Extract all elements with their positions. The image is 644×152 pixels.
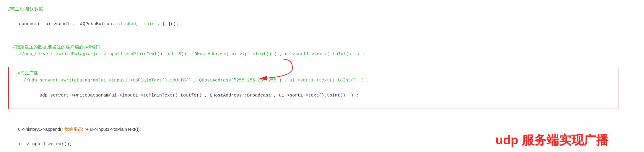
line-comment-step2: //第二步 发送数据: [8, 5, 636, 13]
history-suffix: + ui->input1->toPlainText());: [86, 127, 141, 132]
highlight-broadcast-box: //海王广播 //udp_servert->writeDatagram(ui->…: [8, 67, 619, 109]
qhostaddress-broadcast: QHostAddress::Broadcast: [210, 93, 271, 98]
udp-servert-prefix: udp_servert->writeDatagram(ui->input1->t…: [29, 93, 210, 98]
comma-after-clicked: ,: [136, 22, 144, 27]
udp-servert-suffix: , ui->sort1->text().toInt() ) ;: [271, 93, 359, 98]
empty-line-3: [8, 110, 636, 118]
udp-label: udp 服务端实现广播: [495, 130, 609, 151]
connect-suffix: , [=](){: [155, 22, 178, 27]
box-commented-255: //udp_servert->writeDatagram(ui->input1-…: [13, 77, 614, 84]
code-area: //第二步 发送数据 connect( ui->send1 , &QPushBu…: [0, 0, 644, 152]
line-connect: connect( ui->send1 , &QPushButton::click…: [8, 13, 636, 36]
line-commented-udp1: //udp_servert->writeDatagram(ui->input1-…: [8, 50, 636, 58]
box-active-code: udp_servert->writeDatagram(ui->input1->t…: [13, 84, 614, 107]
history-string: " 我的密语: ": [61, 127, 86, 132]
empty-line-2: [8, 58, 636, 66]
empty-line-1: [8, 35, 636, 43]
connect-prefix: connect( ui->send1 , &QPushButton::: [19, 22, 117, 27]
clicked-keyword: clicked: [117, 22, 136, 27]
this-keyword: this: [144, 22, 155, 27]
box-comment-haiwang: //海王广播: [13, 69, 614, 77]
line-comment-specify: //指定发送的数据,要发送的客户端的ip和端口: [8, 43, 636, 51]
history-prefix: ui->history1->append(: [13, 127, 61, 132]
